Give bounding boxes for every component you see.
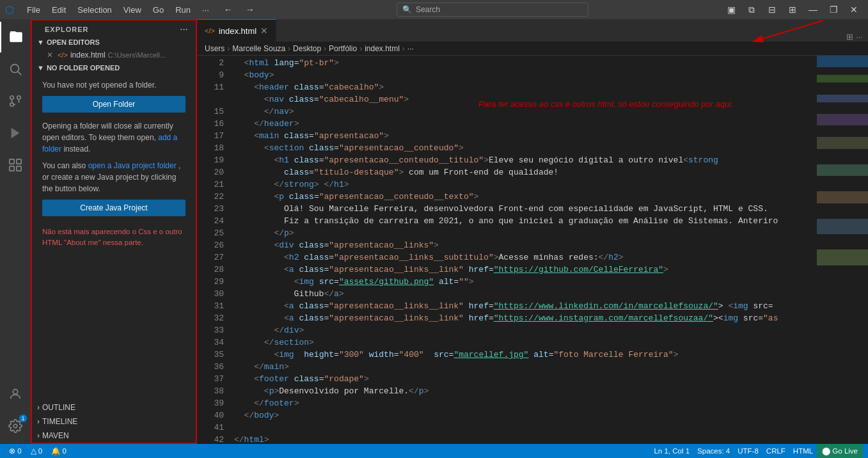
activity-extensions[interactable]: [0, 150, 31, 180]
tab-index-html[interactable]: </> index.html ✕: [197, 19, 276, 42]
no-folder-section: ▼ NO FOLDER OPENED You have not yet open…: [32, 61, 196, 257]
breadcrumb-portfolio[interactable]: Portfólio: [329, 44, 357, 53]
html-file-icon: </>: [58, 51, 68, 59]
menu-go[interactable]: Go: [148, 4, 169, 16]
maven-chevron-icon: ›: [37, 431, 40, 440]
sidebar-header: EXPLORER ···: [32, 20, 196, 36]
tab-file-icon: </>: [205, 27, 215, 35]
status-warnings[interactable]: △ 0: [27, 444, 47, 458]
menu-more[interactable]: ···: [197, 4, 214, 16]
more-actions-icon[interactable]: ···: [856, 32, 863, 42]
svg-rect-9: [10, 166, 14, 171]
split-editor-icon[interactable]: ⊞: [846, 32, 853, 42]
sidebar-bottom: › OUTLINE › TIMELINE › MAVEN: [32, 400, 196, 443]
status-position[interactable]: Ln 1, Col 1: [650, 444, 693, 458]
maximize-button[interactable]: ❐: [825, 3, 842, 17]
outline-section[interactable]: › OUTLINE: [32, 400, 196, 415]
minimap: [817, 56, 868, 444]
status-line-ending[interactable]: CRLF: [762, 444, 789, 458]
toggle-panel-button[interactable]: ⧉: [743, 3, 761, 17]
tab-filename: index.html: [219, 26, 256, 36]
sidebar: EXPLORER ··· ▼ OPEN EDITORS ✕ </> index.…: [31, 19, 197, 444]
settings-badge: 1: [19, 415, 27, 422]
no-folder-header[interactable]: ▼ NO FOLDER OPENED: [32, 61, 196, 74]
menu-run[interactable]: Run: [170, 4, 196, 16]
outline-label: OUTLINE: [42, 403, 75, 412]
editor-close-icon[interactable]: ✕: [45, 50, 55, 60]
menu-file[interactable]: File: [22, 4, 45, 16]
open-editors-label: OPEN EDITORS: [47, 38, 100, 46]
status-language[interactable]: HTML: [789, 444, 817, 458]
svg-marker-6: [12, 128, 20, 139]
breadcrumb-marcelle[interactable]: Marcelle Souza: [232, 44, 285, 53]
activity-search[interactable]: [0, 54, 31, 84]
open-java-link[interactable]: open a Java project folder: [88, 161, 177, 170]
editor-filename: index.html: [70, 51, 106, 59]
breadcrumb-users[interactable]: Users: [205, 44, 225, 53]
activity-settings[interactable]: 1: [0, 411, 31, 441]
tabs-bar: </> index.html ✕ ⊞ ···: [197, 19, 868, 42]
go-live-button[interactable]: ⬤ Go Live: [817, 444, 863, 458]
code-content[interactable]: <html lang="pt-br"> <body> <header class…: [229, 56, 817, 444]
svg-point-4: [17, 96, 21, 100]
app-body: 1 EXPLORER ··· ▼ OPEN EDITORS ✕ </> inde…: [0, 19, 868, 444]
svg-point-11: [13, 390, 17, 394]
breadcrumb: Users › Marcelle Souza › Desktop › Portf…: [197, 42, 868, 56]
breadcrumb-sep-4: ›: [359, 44, 362, 53]
editor-item-index-html[interactable]: ✕ </> index.html C:\Users\Marcell...: [32, 49, 196, 61]
status-errors[interactable]: ⊗ 0: [5, 444, 26, 458]
customize-layout-button[interactable]: ⊞: [784, 3, 801, 17]
status-notifications[interactable]: 🔔 0: [47, 444, 70, 458]
minimize-button[interactable]: —: [804, 3, 822, 17]
line-numbers: 2911 15161718192021222324252627282930313…: [197, 56, 229, 444]
breadcrumb-sep-2: ›: [288, 44, 290, 53]
menu-view[interactable]: View: [118, 4, 146, 16]
tab-actions: ⊞ ···: [846, 32, 868, 42]
svg-rect-7: [10, 159, 14, 164]
svg-line-2: [18, 72, 21, 75]
vscode-logo-icon: ⬡: [5, 4, 14, 16]
search-container: 🔍 Search: [268, 3, 717, 17]
timeline-label: TIMELINE: [42, 417, 77, 426]
activity-account[interactable]: [0, 379, 31, 409]
toggle-sidebar-button[interactable]: ▣: [722, 3, 740, 17]
status-right: Ln 1, Col 1 Spaces: 4 UTF-8 CRLF HTML ⬤ …: [650, 444, 863, 458]
menu-edit[interactable]: Edit: [47, 4, 71, 16]
activity-explorer[interactable]: [0, 22, 31, 52]
no-folder-label: NO FOLDER OPENED: [47, 64, 120, 72]
nav-back-button[interactable]: ←: [219, 3, 237, 17]
no-folder-text1: You have not yet opened a folder.: [42, 79, 185, 91]
breadcrumb-sep-1: ›: [227, 44, 230, 53]
code-editor[interactable]: 2911 15161718192021222324252627282930313…: [197, 56, 868, 444]
breadcrumb-more[interactable]: ···: [407, 44, 414, 53]
menu-selection[interactable]: Selection: [72, 4, 116, 16]
svg-rect-8: [17, 159, 21, 164]
search-input[interactable]: 🔍 Search: [397, 3, 588, 17]
timeline-section[interactable]: › TIMELINE: [32, 415, 196, 429]
activity-source-control[interactable]: [0, 86, 31, 116]
no-folder-content: You have not yet opened a folder. Open F…: [32, 74, 196, 257]
close-button[interactable]: ✕: [845, 3, 863, 17]
breadcrumb-index[interactable]: index.html: [365, 44, 400, 53]
editor-filepath: C:\Users\Marcell...: [108, 51, 166, 59]
activity-run-debug[interactable]: [0, 118, 31, 148]
title-bar: ⬡ File Edit Selection View Go Run ··· ← …: [0, 0, 868, 19]
sidebar-header-actions: ···: [180, 26, 188, 33]
create-java-button[interactable]: Create Java Project: [42, 200, 185, 216]
layout-actions: ▣ ⧉ ⊟ ⊞ — ❐ ✕: [722, 3, 863, 17]
open-editors-header[interactable]: ▼ OPEN EDITORS: [32, 36, 196, 49]
outline-chevron-icon: ›: [37, 403, 40, 412]
tab-close-icon[interactable]: ✕: [260, 26, 268, 36]
breadcrumb-desktop[interactable]: Desktop: [293, 44, 321, 53]
status-spaces[interactable]: Spaces: 4: [693, 444, 734, 458]
sidebar-more-icon[interactable]: ···: [180, 26, 188, 33]
svg-rect-10: [17, 166, 21, 171]
status-encoding[interactable]: UTF-8: [734, 444, 762, 458]
svg-point-1: [11, 65, 19, 73]
toggle-secondary-button[interactable]: ⊟: [763, 3, 781, 17]
maven-section[interactable]: › MAVEN: [32, 429, 196, 443]
nav-forward-button[interactable]: →: [241, 3, 259, 17]
activity-bar: 1: [0, 19, 31, 444]
svg-point-3: [10, 96, 14, 100]
open-folder-button[interactable]: Open Folder: [42, 96, 185, 113]
